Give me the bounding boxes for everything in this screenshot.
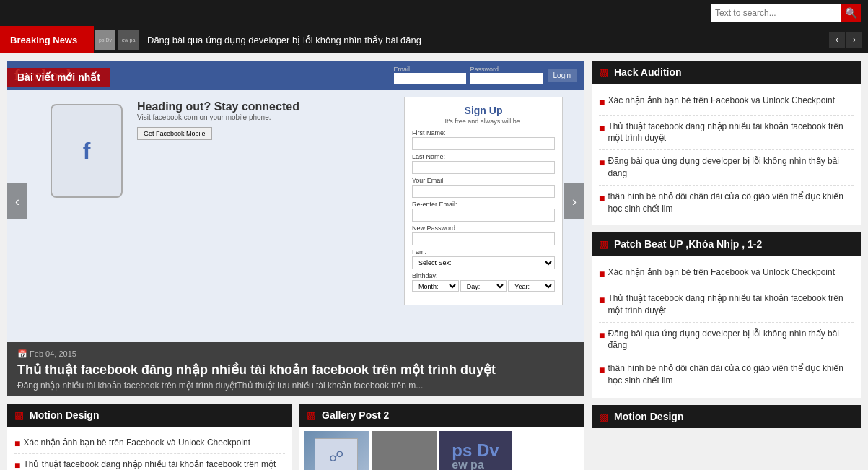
left-column: Bài viết mới nhất facebook Email Pa — [7, 61, 584, 470]
fb-phone-icon: f — [51, 104, 123, 198]
featured-date-text: Feb 04, 2015 — [30, 349, 76, 358]
calendar-icon: 📅 — [17, 349, 27, 358]
patch-beat-section: ▩ Patch Beat UP ,Khóa Nhịp , 1-2 ■ Xác n… — [592, 232, 861, 397]
hack-link-2[interactable]: Thủ thuật facebook đăng nhập nhiều tài k… — [608, 121, 854, 145]
featured-section: Bài viết mới nhất facebook Email Pa — [7, 61, 584, 396]
motion-design-widget: ▩ Motion Design ■ Xác nhận ảnh bạn bè tr… — [7, 404, 292, 470]
hack-audition-body: ■ Xác nhận ảnh bạn bè trên Facebook và U… — [592, 84, 861, 225]
hack-audition-header: ▩ Hack Audition — [592, 61, 861, 84]
bullet-icon: ■ — [14, 459, 20, 470]
hack-audition-title: Hack Audition — [614, 66, 682, 78]
breaking-label: Breaking News — [0, 26, 94, 53]
fb-login-btn[interactable]: Login — [547, 68, 577, 83]
fb-firstname-label: First Name: — [412, 129, 555, 136]
breaking-thumb-2: ew pa — [118, 30, 139, 50]
featured-caption: 📅 Feb 04, 2015 Thủ thuật facebook đăng n… — [7, 342, 584, 396]
rss-icon-motion-right: ▩ — [599, 411, 608, 422]
fb-newpass-label: New Password: — [412, 225, 555, 232]
bullet-icon: ■ — [14, 438, 20, 449]
rss-icon-patch: ▩ — [599, 238, 608, 250]
motion-design-right-title: Motion Design — [614, 411, 683, 422]
breaking-text: Đăng bài qua ứng dụng developer bị lỗi k… — [140, 35, 829, 45]
fb-email-input — [394, 73, 466, 84]
gallery-text-ps: ps Dv — [452, 442, 499, 459]
search-input[interactable] — [711, 4, 841, 22]
fb-iam-select[interactable]: Select Sex: — [412, 256, 555, 269]
fb-subtext: Visit facebook.com on your mobile phone. — [137, 113, 299, 121]
bullet-icon: ■ — [599, 267, 605, 282]
motion-design-right-header: ▩ Motion Design — [592, 405, 861, 428]
list-item: ■ Thủ thuật facebook đăng nhập nhiều tài… — [599, 287, 854, 323]
patch-link-3[interactable]: Đăng bài qua ứng dụng developer bị lỗi k… — [608, 328, 854, 352]
motion-link-2[interactable]: Thủ thuật facebook đăng nhập nhiều tài k… — [23, 458, 285, 470]
top-bar: 🔍 — [0, 0, 868, 26]
widgets-row: ▩ Motion Design ■ Xác nhận ảnh bạn bè tr… — [7, 404, 584, 470]
featured-title: Thủ thuật facebook đăng nhập nhiều tài k… — [17, 362, 574, 378]
gallery-image-1[interactable]: ☍ — [304, 431, 369, 470]
fb-body: f Heading out? Stay connected Visit face… — [7, 90, 584, 342]
gallery-img-content-1: ☍ — [315, 438, 358, 470]
list-item: ■ Xác nhận ảnh bạn bè trên Facebook và U… — [599, 90, 854, 116]
fb-pass-input — [470, 73, 543, 84]
motion-design-header: ▩ Motion Design — [7, 404, 292, 427]
bullet-icon: ■ — [599, 156, 605, 170]
fb-get-mobile-btn[interactable]: Get Facebook Mobile — [137, 127, 212, 140]
fb-youremail-field[interactable] — [412, 185, 555, 198]
fb-heading: Heading out? Stay connected — [137, 100, 299, 113]
fb-month-select[interactable]: Month: — [412, 280, 459, 292]
hack-link-3[interactable]: Đăng bài qua ứng dụng developer bị lỗi k… — [608, 155, 854, 180]
motion-link-1[interactable]: Xác nhận ảnh bạn bè trên Facebook và Unl… — [23, 437, 250, 449]
fb-newpass-field[interactable] — [412, 232, 555, 245]
hack-link-4[interactable]: thân hình bé nhỏ đôi chân dài của cô giá… — [608, 191, 854, 215]
gallery-header: ▩ Gallery Post 2 — [299, 404, 584, 427]
fb-f-letter: f — [83, 138, 91, 165]
breaking-prev-button[interactable]: ‹ — [829, 32, 845, 48]
gallery-title: Gallery Post 2 — [322, 409, 389, 421]
gallery-image-2[interactable] — [372, 431, 437, 470]
breaking-thumbnails: ps Dv ew pa — [94, 26, 140, 53]
featured-next-button[interactable]: › — [564, 183, 584, 219]
fb-reentemail-field[interactable] — [412, 209, 555, 222]
fb-reentemail-label: Re-enter Email: — [412, 201, 555, 208]
motion-design-title: Motion Design — [30, 409, 99, 421]
featured-excerpt: Đăng nhập nhiều tài khoản facebook trên … — [17, 380, 574, 391]
bullet-icon: ■ — [599, 293, 605, 308]
featured-prev-button[interactable]: ‹ — [7, 183, 27, 219]
fb-lastname-field[interactable] — [412, 161, 555, 174]
fb-day-select[interactable]: Day: — [460, 280, 507, 292]
featured-image: facebook Email Password Login — [7, 61, 584, 342]
search-wrapper: 🔍 — [711, 4, 861, 22]
gallery-widget: ▩ Gallery Post 2 ☍ ps Dv ew pa — [299, 404, 584, 470]
rss-icon-gallery: ▩ — [307, 409, 316, 421]
patch-link-1[interactable]: Xác nhận ảnh bạn bè trên Facebook và Unl… — [608, 266, 835, 279]
fb-heading-area: Heading out? Stay connected Visit facebo… — [137, 100, 299, 140]
bullet-icon: ■ — [599, 95, 605, 110]
fb-fields: Email Password Login — [394, 66, 577, 84]
hack-link-1[interactable]: Xác nhận ảnh bạn bè trên Facebook và Unl… — [608, 95, 835, 107]
list-item: ■ Đăng bài qua ứng dụng developer bị lỗi… — [599, 323, 854, 358]
rss-icon-hack: ▩ — [599, 66, 608, 78]
fb-signup-title: Sign Up — [412, 105, 555, 116]
list-item: ■ thân hình bé nhỏ đôi chân dài của cô g… — [599, 186, 854, 220]
list-item: ■ Đăng bài qua ứng dụng developer bị lỗi… — [599, 150, 854, 186]
fb-birthday-label: Birthday: — [412, 272, 555, 279]
fb-birthday-row: Month: Day: Year: — [412, 280, 555, 295]
hack-audition-section: ▩ Hack Audition ■ Xác nhận ảnh bạn bè tr… — [592, 61, 861, 225]
bullet-icon: ■ — [599, 328, 605, 343]
fb-signup-sub: It's free and always will be. — [412, 118, 555, 125]
rss-icon-motion: ▩ — [14, 409, 24, 421]
fb-firstname-field[interactable] — [412, 137, 555, 150]
fb-year-select[interactable]: Year: — [508, 280, 555, 292]
patch-link-4[interactable]: thân hình bé nhỏ đôi chân dài của cô giá… — [608, 362, 854, 387]
fb-lastname-label: Last Name: — [412, 153, 555, 160]
main-layout: Bài viết mới nhất facebook Email Pa — [0, 53, 868, 470]
list-item: ■ Thủ thuật facebook đăng nhập nhiều tài… — [14, 454, 285, 470]
fb-email-group: Email — [394, 66, 466, 84]
gallery-image-3[interactable]: ps Dv ew pa — [439, 431, 512, 470]
patch-link-2[interactable]: Thủ thuật facebook đăng nhập nhiều tài k… — [608, 292, 854, 317]
list-item: ■ Xác nhận ảnh bạn bè trên Facebook và U… — [599, 261, 854, 287]
breaking-next-button[interactable]: › — [846, 32, 862, 48]
search-button[interactable]: 🔍 — [841, 4, 861, 22]
patch-beat-title: Patch Beat UP ,Khóa Nhịp , 1-2 — [614, 238, 762, 250]
motion-design-right-section: ▩ Motion Design — [592, 405, 861, 428]
